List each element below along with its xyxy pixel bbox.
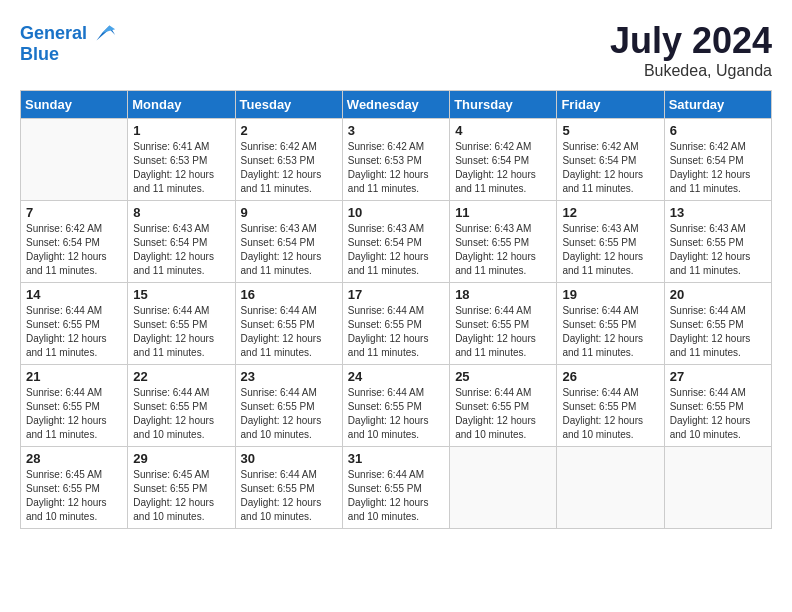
week-row-5: 28Sunrise: 6:45 AM Sunset: 6:55 PM Dayli…: [21, 447, 772, 529]
day-info: Sunrise: 6:43 AM Sunset: 6:55 PM Dayligh…: [562, 222, 658, 278]
day-number: 2: [241, 123, 337, 138]
day-number: 16: [241, 287, 337, 302]
calendar-cell: 9Sunrise: 6:43 AM Sunset: 6:54 PM Daylig…: [235, 201, 342, 283]
week-row-1: 1Sunrise: 6:41 AM Sunset: 6:53 PM Daylig…: [21, 119, 772, 201]
day-info: Sunrise: 6:44 AM Sunset: 6:55 PM Dayligh…: [348, 386, 444, 442]
day-info: Sunrise: 6:44 AM Sunset: 6:55 PM Dayligh…: [455, 304, 551, 360]
day-info: Sunrise: 6:41 AM Sunset: 6:53 PM Dayligh…: [133, 140, 229, 196]
day-number: 24: [348, 369, 444, 384]
calendar-cell: 19Sunrise: 6:44 AM Sunset: 6:55 PM Dayli…: [557, 283, 664, 365]
week-row-3: 14Sunrise: 6:44 AM Sunset: 6:55 PM Dayli…: [21, 283, 772, 365]
calendar-cell: 21Sunrise: 6:44 AM Sunset: 6:55 PM Dayli…: [21, 365, 128, 447]
day-number: 1: [133, 123, 229, 138]
day-number: 9: [241, 205, 337, 220]
day-info: Sunrise: 6:43 AM Sunset: 6:54 PM Dayligh…: [241, 222, 337, 278]
calendar-cell: 24Sunrise: 6:44 AM Sunset: 6:55 PM Dayli…: [342, 365, 449, 447]
calendar-cell: [664, 447, 771, 529]
day-info: Sunrise: 6:42 AM Sunset: 6:54 PM Dayligh…: [670, 140, 766, 196]
calendar-cell: 1Sunrise: 6:41 AM Sunset: 6:53 PM Daylig…: [128, 119, 235, 201]
day-info: Sunrise: 6:44 AM Sunset: 6:55 PM Dayligh…: [133, 386, 229, 442]
weekday-header-tuesday: Tuesday: [235, 91, 342, 119]
day-number: 26: [562, 369, 658, 384]
day-info: Sunrise: 6:44 AM Sunset: 6:55 PM Dayligh…: [348, 304, 444, 360]
calendar-cell: 7Sunrise: 6:42 AM Sunset: 6:54 PM Daylig…: [21, 201, 128, 283]
day-info: Sunrise: 6:44 AM Sunset: 6:55 PM Dayligh…: [26, 386, 122, 442]
calendar-cell: 2Sunrise: 6:42 AM Sunset: 6:53 PM Daylig…: [235, 119, 342, 201]
day-info: Sunrise: 6:45 AM Sunset: 6:55 PM Dayligh…: [133, 468, 229, 524]
calendar-cell: 25Sunrise: 6:44 AM Sunset: 6:55 PM Dayli…: [450, 365, 557, 447]
calendar-cell: 3Sunrise: 6:42 AM Sunset: 6:53 PM Daylig…: [342, 119, 449, 201]
weekday-header-sunday: Sunday: [21, 91, 128, 119]
title-block: July 2024 Bukedea, Uganda: [610, 20, 772, 80]
day-number: 6: [670, 123, 766, 138]
day-number: 31: [348, 451, 444, 466]
day-number: 15: [133, 287, 229, 302]
day-info: Sunrise: 6:43 AM Sunset: 6:55 PM Dayligh…: [455, 222, 551, 278]
calendar-cell: 12Sunrise: 6:43 AM Sunset: 6:55 PM Dayli…: [557, 201, 664, 283]
calendar-cell: 23Sunrise: 6:44 AM Sunset: 6:55 PM Dayli…: [235, 365, 342, 447]
day-info: Sunrise: 6:44 AM Sunset: 6:55 PM Dayligh…: [455, 386, 551, 442]
day-number: 7: [26, 205, 122, 220]
calendar-cell: 26Sunrise: 6:44 AM Sunset: 6:55 PM Dayli…: [557, 365, 664, 447]
weekday-header-monday: Monday: [128, 91, 235, 119]
day-info: Sunrise: 6:44 AM Sunset: 6:55 PM Dayligh…: [241, 304, 337, 360]
calendar-cell: [557, 447, 664, 529]
calendar-cell: [21, 119, 128, 201]
day-info: Sunrise: 6:44 AM Sunset: 6:55 PM Dayligh…: [26, 304, 122, 360]
day-number: 22: [133, 369, 229, 384]
week-row-2: 7Sunrise: 6:42 AM Sunset: 6:54 PM Daylig…: [21, 201, 772, 283]
day-info: Sunrise: 6:44 AM Sunset: 6:55 PM Dayligh…: [348, 468, 444, 524]
calendar-cell: 4Sunrise: 6:42 AM Sunset: 6:54 PM Daylig…: [450, 119, 557, 201]
day-info: Sunrise: 6:43 AM Sunset: 6:54 PM Dayligh…: [133, 222, 229, 278]
day-info: Sunrise: 6:45 AM Sunset: 6:55 PM Dayligh…: [26, 468, 122, 524]
calendar-cell: 28Sunrise: 6:45 AM Sunset: 6:55 PM Dayli…: [21, 447, 128, 529]
calendar-cell: 5Sunrise: 6:42 AM Sunset: 6:54 PM Daylig…: [557, 119, 664, 201]
day-number: 20: [670, 287, 766, 302]
month-year: July 2024: [610, 20, 772, 62]
day-info: Sunrise: 6:44 AM Sunset: 6:55 PM Dayligh…: [241, 386, 337, 442]
day-number: 29: [133, 451, 229, 466]
day-info: Sunrise: 6:42 AM Sunset: 6:54 PM Dayligh…: [562, 140, 658, 196]
day-info: Sunrise: 6:43 AM Sunset: 6:55 PM Dayligh…: [670, 222, 766, 278]
day-number: 18: [455, 287, 551, 302]
calendar-cell: 17Sunrise: 6:44 AM Sunset: 6:55 PM Dayli…: [342, 283, 449, 365]
calendar-cell: 22Sunrise: 6:44 AM Sunset: 6:55 PM Dayli…: [128, 365, 235, 447]
page-header: General Blue July 2024 Bukedea, Uganda: [20, 20, 772, 80]
calendar-cell: [450, 447, 557, 529]
day-number: 8: [133, 205, 229, 220]
calendar-cell: 14Sunrise: 6:44 AM Sunset: 6:55 PM Dayli…: [21, 283, 128, 365]
day-number: 28: [26, 451, 122, 466]
day-number: 14: [26, 287, 122, 302]
calendar-cell: 29Sunrise: 6:45 AM Sunset: 6:55 PM Dayli…: [128, 447, 235, 529]
day-number: 10: [348, 205, 444, 220]
day-info: Sunrise: 6:44 AM Sunset: 6:55 PM Dayligh…: [562, 386, 658, 442]
day-number: 5: [562, 123, 658, 138]
day-info: Sunrise: 6:44 AM Sunset: 6:55 PM Dayligh…: [133, 304, 229, 360]
week-row-4: 21Sunrise: 6:44 AM Sunset: 6:55 PM Dayli…: [21, 365, 772, 447]
day-info: Sunrise: 6:42 AM Sunset: 6:54 PM Dayligh…: [26, 222, 122, 278]
calendar-cell: 10Sunrise: 6:43 AM Sunset: 6:54 PM Dayli…: [342, 201, 449, 283]
day-number: 12: [562, 205, 658, 220]
calendar-cell: 6Sunrise: 6:42 AM Sunset: 6:54 PM Daylig…: [664, 119, 771, 201]
day-number: 21: [26, 369, 122, 384]
logo: General Blue: [20, 20, 117, 65]
weekday-header-row: SundayMondayTuesdayWednesdayThursdayFrid…: [21, 91, 772, 119]
calendar-cell: 20Sunrise: 6:44 AM Sunset: 6:55 PM Dayli…: [664, 283, 771, 365]
day-number: 30: [241, 451, 337, 466]
day-info: Sunrise: 6:44 AM Sunset: 6:55 PM Dayligh…: [562, 304, 658, 360]
day-info: Sunrise: 6:44 AM Sunset: 6:55 PM Dayligh…: [241, 468, 337, 524]
day-number: 11: [455, 205, 551, 220]
day-number: 25: [455, 369, 551, 384]
calendar-cell: 31Sunrise: 6:44 AM Sunset: 6:55 PM Dayli…: [342, 447, 449, 529]
day-number: 19: [562, 287, 658, 302]
weekday-header-friday: Friday: [557, 91, 664, 119]
calendar-cell: 27Sunrise: 6:44 AM Sunset: 6:55 PM Dayli…: [664, 365, 771, 447]
day-number: 27: [670, 369, 766, 384]
day-info: Sunrise: 6:42 AM Sunset: 6:54 PM Dayligh…: [455, 140, 551, 196]
calendar-table: SundayMondayTuesdayWednesdayThursdayFrid…: [20, 90, 772, 529]
day-info: Sunrise: 6:42 AM Sunset: 6:53 PM Dayligh…: [348, 140, 444, 196]
day-info: Sunrise: 6:44 AM Sunset: 6:55 PM Dayligh…: [670, 386, 766, 442]
day-info: Sunrise: 6:44 AM Sunset: 6:55 PM Dayligh…: [670, 304, 766, 360]
calendar-cell: 18Sunrise: 6:44 AM Sunset: 6:55 PM Dayli…: [450, 283, 557, 365]
location: Bukedea, Uganda: [610, 62, 772, 80]
